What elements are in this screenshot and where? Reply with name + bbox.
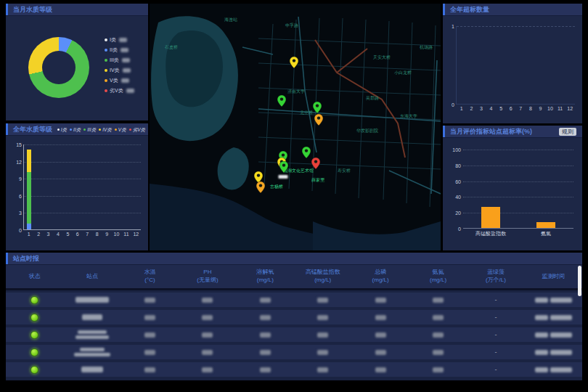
- table-column-header: 氨氮(mg/L): [409, 269, 467, 285]
- panel-title: 当月评价指标站点超标率(%): [450, 128, 532, 135]
- map-pin-green[interactable]: [302, 147, 311, 158]
- algae-dash: -: [494, 366, 497, 373]
- blurred-value: [375, 332, 386, 338]
- table-row[interactable]: -: [6, 345, 582, 359]
- x-axis-tick: 2: [467, 106, 477, 111]
- status-dot-green: [30, 314, 38, 322]
- legend-label: III类: [110, 57, 119, 64]
- cell-value-blurred: [121, 298, 179, 303]
- x-axis-tick: 5: [496, 106, 506, 111]
- legend-item: IV类: [99, 123, 112, 136]
- cell-station-name-blurred: [63, 314, 121, 320]
- y-axis-tick: 80: [449, 163, 461, 168]
- map-pin-orange[interactable]: [314, 114, 323, 126]
- blurred-value: [144, 367, 155, 372]
- table-header-row: 状态站点水温(°C)PH(无量纲)溶解氧(mg/L)高锰酸盐指数(mg/L)总磷…: [6, 265, 582, 290]
- gridline: [24, 196, 141, 197]
- blurred-value: [260, 332, 271, 338]
- blurred-value: [433, 298, 444, 303]
- table-column-header: PH(无量纲): [179, 269, 236, 285]
- cell-algae: -: [467, 296, 524, 303]
- legend-label: IV类: [110, 67, 120, 74]
- map-pin-green[interactable]: [279, 161, 288, 173]
- blurred-date: [535, 332, 548, 338]
- legend-dot: [115, 128, 117, 131]
- table-row[interactable]: -: [6, 362, 582, 377]
- status-dot-green: [30, 331, 38, 339]
- rule-button[interactable]: 规则: [559, 128, 576, 136]
- cell-station-name-blurred: [63, 330, 121, 339]
- blurred-text: [81, 367, 103, 372]
- legend-value-blurred: [119, 38, 127, 42]
- cell-value-blurred: [409, 315, 467, 320]
- map-label: 机场路: [420, 44, 433, 51]
- cell-timestamp-blurred: [525, 367, 582, 372]
- table-row[interactable]: -: [6, 310, 582, 324]
- x-axis-tick: 12: [565, 106, 575, 111]
- cell-value-blurred: [179, 298, 236, 303]
- legend-item: V类: [115, 123, 126, 136]
- map-pin-orange[interactable]: [256, 181, 265, 193]
- legend-item: I类: [105, 35, 142, 45]
- legend-item: III类: [105, 55, 142, 65]
- status-dot-green: [30, 296, 38, 304]
- cell-value-blurred: [351, 367, 409, 372]
- map-label: 北空桥: [300, 110, 313, 116]
- cell-station-name-blurred: [63, 367, 121, 372]
- cell-algae: -: [467, 348, 524, 356]
- cell-value-blurred: [351, 315, 409, 320]
- cell-status: [6, 296, 63, 304]
- cell-value-blurred: [351, 298, 409, 303]
- map-pin-yellow[interactable]: [290, 57, 298, 68]
- cell-status: [6, 314, 63, 322]
- blurred-value: [375, 350, 386, 355]
- title-accent-bar: [443, 126, 445, 137]
- legend-label: 劣V类: [110, 87, 123, 94]
- map-basemap: [150, 4, 441, 250]
- cell-algae: -: [467, 366, 524, 373]
- x-axis-tick: 11: [555, 106, 565, 111]
- cell-value-blurred: [294, 315, 351, 320]
- x-axis-tick: 7: [83, 232, 92, 237]
- table-column-header: 监测时间: [525, 273, 582, 281]
- x-axis-tick: 6: [73, 232, 82, 237]
- legend-label: 劣V类: [133, 123, 145, 136]
- blurred-value: [317, 350, 328, 355]
- bar-segment-IV类: [27, 150, 31, 172]
- legend-dot: [105, 59, 107, 62]
- cell-value-blurred: [179, 367, 236, 372]
- cell-value-blurred: [179, 315, 236, 320]
- algae-dash: -: [494, 348, 497, 356]
- map-pin-green[interactable]: [313, 102, 322, 113]
- map[interactable]: 石皮桥海连站中孚路天安大桥机场路小白龙桥吴郡路华发影剧院寿安桥东海大学济南大学北…: [150, 4, 441, 250]
- blurred-value: [317, 315, 328, 320]
- stacked-bar-month-1: [27, 144, 31, 229]
- cell-value-blurred: [351, 350, 409, 355]
- map-label: 济南大学: [287, 89, 305, 95]
- cell-value-blurred: [409, 350, 467, 355]
- blurred-value: [317, 298, 328, 303]
- blurred-value: [144, 298, 155, 303]
- panel-title: 当月水质等级: [13, 6, 52, 13]
- blurred-value: [260, 298, 271, 303]
- table-row[interactable]: -: [6, 327, 582, 342]
- map-label: 华发影剧院: [356, 128, 378, 134]
- table-scrollbar-thumb[interactable]: [578, 266, 581, 296]
- table-body: -----: [6, 293, 582, 380]
- status-dot-green: [30, 366, 38, 374]
- title-accent-bar: [6, 4, 8, 15]
- table-row[interactable]: -: [6, 293, 582, 307]
- legend-dot: [83, 128, 86, 131]
- legend-label: IV类: [102, 123, 112, 136]
- cell-value-blurred: [294, 332, 351, 338]
- cell-timestamp-blurred: [525, 315, 582, 320]
- legend-value-blurred: [122, 58, 130, 62]
- legend-item: V类: [105, 75, 142, 86]
- cell-value-blurred: [179, 332, 236, 338]
- table-column-header: 溶解氧(mg/L): [237, 269, 294, 285]
- legend-value-blurred: [126, 89, 134, 93]
- y-axis-tick: 12: [10, 159, 22, 164]
- map-pin-red[interactable]: [311, 158, 320, 169]
- map-pin-green[interactable]: [277, 95, 286, 107]
- status-dot-green: [30, 348, 38, 356]
